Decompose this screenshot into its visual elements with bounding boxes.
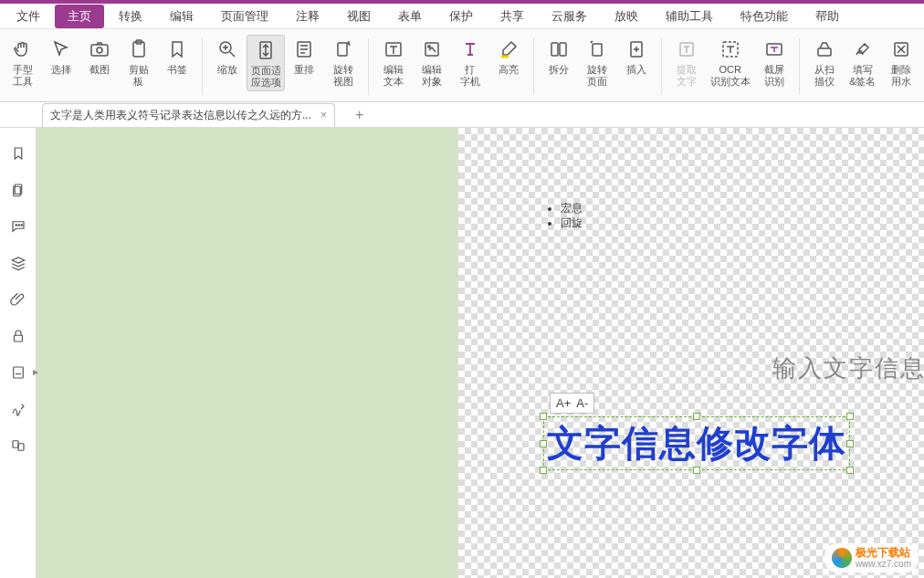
tool-edit-text-label: 编辑 文本 (383, 64, 404, 88)
tool-rotate-view[interactable]: 旋转 视图 (323, 35, 362, 89)
menu-help[interactable]: 帮助 (803, 5, 852, 28)
cursor-icon (48, 37, 74, 62)
tool-zoom-label: 缩放 (217, 64, 237, 76)
tool-hand-label: 手型 工具 (13, 64, 33, 88)
sidebar-bookmark-icon[interactable] (9, 144, 27, 163)
document-tab-bar: 文字是人类用表义符号记录表达信息以传之久远的方... × + (0, 102, 924, 128)
menu-file[interactable]: 文件 (4, 5, 53, 28)
sidebar-fields-icon[interactable] (9, 363, 27, 382)
tool-scanner[interactable]: 从扫 描仪 (805, 35, 844, 89)
tool-insert[interactable]: 插入 (617, 35, 656, 78)
tool-fit-page-label: 页面适 应选项 (251, 65, 281, 89)
resize-handle-tl[interactable] (540, 413, 547, 420)
resize-handle-tr[interactable] (846, 413, 854, 420)
hand-icon (10, 37, 36, 62)
resize-handle-bl[interactable] (540, 467, 547, 474)
resize-handle-tm[interactable] (693, 413, 700, 420)
add-tab-button[interactable]: + (355, 107, 363, 123)
tool-edit-object[interactable]: 编辑 对象 (413, 35, 451, 89)
sidebar-pages-icon[interactable] (9, 181, 27, 199)
resize-handle-bm[interactable] (693, 467, 700, 474)
menu-protect[interactable]: 保护 (436, 5, 486, 28)
menu-form[interactable]: 表单 (385, 5, 435, 28)
sidebar-compare-icon[interactable] (9, 436, 27, 455)
bullet-list: 宏息 回旋 (548, 201, 583, 230)
sidebar-security-icon[interactable] (9, 327, 27, 345)
menu-annotate[interactable]: 注释 (283, 5, 332, 28)
menu-edit[interactable]: 编辑 (157, 5, 206, 28)
resize-handle-br[interactable] (846, 467, 854, 474)
tool-fit-page[interactable]: 页面适 应选项 (247, 35, 285, 91)
tool-bookmark[interactable]: 书签 (158, 35, 196, 78)
navigation-panel[interactable] (37, 128, 458, 578)
scanner-icon (812, 37, 837, 62)
selected-text-box[interactable]: 文字信息修改字体 (543, 416, 850, 470)
sidebar: ▸ (0, 128, 37, 578)
editable-text[interactable]: 文字信息修改字体 (547, 423, 846, 463)
document-page[interactable]: 宏息 回旋 输入文字信息 A+ A- 文字信息修改字体 (458, 128, 924, 578)
insert-icon (624, 37, 649, 62)
sidebar-comment-icon[interactable] (9, 217, 27, 236)
globe-icon (832, 548, 852, 568)
workspace: ▸ 宏息 回旋 输入文字信息 A+ A- 文字信息修改字体 (0, 128, 924, 578)
tool-fill-sign[interactable]: 填写 &签名 (844, 35, 882, 89)
close-tab-button[interactable]: × (320, 109, 327, 121)
tool-hand[interactable]: 手型 工具 (4, 35, 42, 89)
menu-cloud[interactable]: 云服务 (539, 5, 600, 28)
tool-snapshot[interactable]: 截图 (80, 35, 119, 78)
tool-remove-watermark-label: 删除 用水 (891, 64, 911, 88)
resize-handle-mr[interactable] (846, 440, 854, 447)
sidebar-signature-icon[interactable] (9, 400, 27, 418)
menu-page-manage[interactable]: 页面管理 (208, 5, 281, 28)
tool-extract-text: 提取 文字 (667, 35, 706, 89)
tool-extract-text-label: 提取 文字 (677, 64, 697, 88)
menu-share[interactable]: 共享 (488, 5, 537, 28)
tool-select[interactable]: 选择 (42, 35, 80, 78)
font-increase-button[interactable]: A+ (556, 396, 571, 410)
document-tab[interactable]: 文字是人类用表义符号记录表达信息以传之久远的方... × (42, 103, 335, 127)
tool-screenshot-ocr[interactable]: 截屏 识别 (754, 35, 793, 89)
font-decrease-button[interactable]: A- (576, 396, 588, 410)
tool-highlight-label: 高亮 (499, 64, 519, 76)
tool-split[interactable]: 拆分 (540, 35, 578, 78)
svg-rect-0 (91, 45, 108, 56)
tool-remove-watermark[interactable]: 删除 用水 (882, 35, 920, 89)
tool-zoom[interactable]: 缩放 (208, 35, 247, 78)
tool-rotate-page[interactable]: 旋转 页面 (578, 35, 616, 89)
rotate-view-icon (331, 37, 356, 62)
tool-scanner-label: 从扫 描仪 (814, 64, 835, 88)
svg-point-22 (16, 225, 17, 226)
svg-point-10 (428, 46, 430, 47)
menu-accessibility[interactable]: 辅助工具 (653, 5, 726, 28)
menu-home[interactable]: 主页 (55, 5, 104, 28)
menu-bar: 文件 主页 转换 编辑 页面管理 注释 视图 表单 保护 共享 云服务 放映 辅… (0, 4, 924, 29)
ocr-icon (718, 37, 743, 62)
document-tab-title: 文字是人类用表义符号记录表达信息以传之久远的方... (50, 108, 311, 123)
tool-highlight[interactable]: 高亮 (489, 35, 528, 78)
watermark-url: www.xz7.com (856, 559, 911, 569)
menu-view[interactable]: 视图 (334, 5, 383, 28)
reflow-icon (291, 37, 317, 62)
rotate-page-icon (584, 37, 610, 62)
tool-typewriter[interactable]: 打 字机 (451, 35, 489, 89)
sidebar-attachment-icon[interactable] (9, 290, 27, 309)
tool-edit-text[interactable]: 编辑 文本 (374, 35, 413, 89)
svg-rect-18 (818, 48, 831, 56)
tool-edit-object-label: 编辑 对象 (422, 64, 442, 88)
menu-features[interactable]: 特色功能 (728, 5, 801, 28)
tool-reflow[interactable]: 重排 (285, 35, 323, 78)
tool-rotate-view-label: 旋转 视图 (333, 64, 353, 88)
menu-convert[interactable]: 转换 (106, 5, 155, 28)
tool-screenshot-ocr-label: 截屏 识别 (764, 64, 784, 88)
ribbon-separator (202, 38, 203, 95)
tool-snapshot-label: 截图 (89, 64, 110, 76)
tool-clipboard[interactable]: 剪贴 板 (120, 35, 158, 89)
tool-ocr[interactable]: OCR 识别文本 (706, 35, 755, 89)
sidebar-expand-handle[interactable]: ▸ (32, 353, 39, 390)
site-watermark: 极光下载站 www.xz7.com (824, 543, 919, 573)
resize-handle-ml[interactable] (540, 440, 547, 447)
svg-rect-26 (13, 367, 23, 378)
camera-icon (87, 37, 112, 62)
menu-slideshow[interactable]: 放映 (602, 5, 651, 28)
sidebar-layers-icon[interactable] (9, 254, 27, 272)
